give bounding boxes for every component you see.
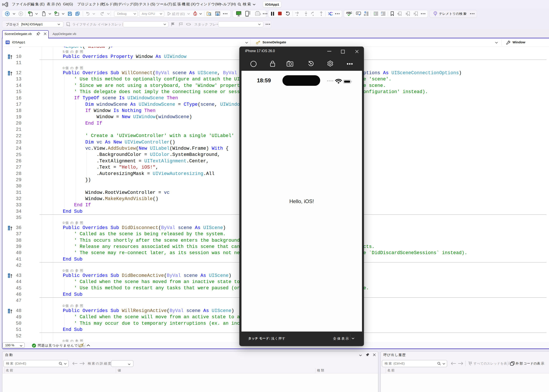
svg-text:O: O: [8, 276, 10, 278]
svg-text:O: O: [8, 228, 10, 230]
svg-text:I: I: [9, 55, 9, 57]
svg-text:O: O: [8, 311, 10, 313]
svg-text:ABC: ABC: [346, 11, 352, 14]
svg-text:I: I: [9, 71, 9, 73]
svg-text:IPA: IPA: [256, 13, 259, 15]
svg-text:O: O: [8, 74, 10, 76]
svg-text:I: I: [9, 226, 9, 228]
svg-text:I: I: [9, 274, 9, 276]
svg-text:O: O: [8, 57, 10, 59]
svg-text:I: I: [9, 309, 9, 311]
svg-text:?: ?: [381, 12, 382, 15]
